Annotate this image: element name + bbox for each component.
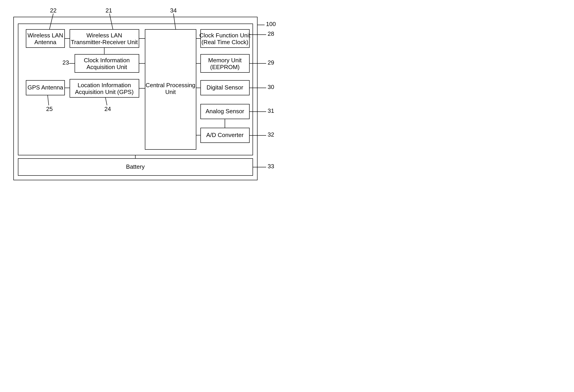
ref-29: 29 — [268, 59, 274, 66]
analog-sensor-label: Analog Sensor — [205, 108, 244, 114]
ref-22: 22 — [50, 7, 57, 14]
ref-23: 23 — [62, 59, 69, 66]
ref-32: 32 — [268, 131, 274, 138]
wlan-antenna-line2: Antenna — [35, 39, 57, 46]
block-diagram: Battery Wireless LAN Antenna Wireless LA… — [0, 0, 290, 198]
gps-antenna-label: GPS Antenna — [27, 84, 63, 91]
rtc-line2: (Real Time Clock) — [202, 39, 248, 46]
ref-25: 25 — [46, 106, 53, 112]
ref-21: 21 — [106, 7, 112, 14]
cpu-line2: Unit — [165, 89, 176, 95]
ref-34: 34 — [170, 7, 177, 14]
memory-line2: (EEPROM) — [210, 64, 240, 70]
ref-31: 31 — [268, 107, 274, 114]
ref-24: 24 — [104, 106, 111, 112]
rtc-line1: Clock Function Unit — [199, 32, 250, 39]
wlan-trx-line1: Wireless LAN — [86, 32, 122, 39]
digital-sensor-label: Digital Sensor — [206, 84, 243, 91]
cpu-line1: Central Processing — [145, 82, 195, 89]
ref-28: 28 — [268, 30, 274, 37]
memory-line1: Memory Unit — [208, 57, 242, 64]
ad-converter-label: A/D Converter — [206, 131, 244, 138]
battery-label: Battery — [126, 163, 145, 170]
wlan-trx-line2: Transmitter-Receiver Unit — [71, 39, 138, 46]
location-line2: Acquisition Unit (GPS) — [75, 89, 134, 95]
ref-30: 30 — [268, 84, 274, 90]
clock-info-line2: Acquisition Unit — [86, 64, 127, 70]
ref-33: 33 — [268, 163, 274, 170]
clock-info-line1: Clock Information — [84, 57, 130, 64]
wlan-antenna-line1: Wireless LAN — [27, 32, 63, 39]
ref-100: 100 — [266, 21, 276, 27]
location-line1: Location Information — [78, 82, 131, 89]
